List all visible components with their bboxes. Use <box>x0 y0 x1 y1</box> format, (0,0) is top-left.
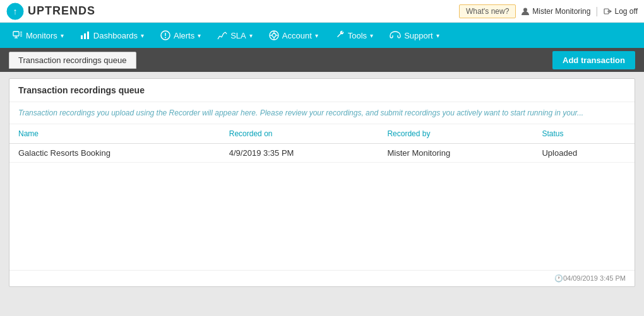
separator: | <box>595 6 598 17</box>
top-right-controls: What's new? Mister Monitoring | Log off <box>459 4 638 18</box>
monitors-icon <box>13 31 23 40</box>
main-content: Transaction recordings queue Transaction… <box>0 72 644 293</box>
nav-sla[interactable]: SLA ▾ <box>210 27 260 44</box>
nav-monitors-label: Monitors <box>26 31 57 40</box>
svg-text:↑: ↑ <box>13 6 18 16</box>
user-label: Mister Monitoring <box>532 7 590 16</box>
nav-sla-label: SLA <box>230 31 246 40</box>
nav-dashboards-label: Dashboards <box>93 31 138 40</box>
monitors-caret: ▾ <box>61 32 64 39</box>
info-text: Transaction recordings you upload using … <box>9 102 635 124</box>
logoff-icon <box>604 7 612 16</box>
svg-line-16 <box>218 36 220 39</box>
cell-recorded-on: 4/9/2019 3:35 PM <box>220 144 379 163</box>
table-body: Galactic Resorts Booking 4/9/2019 3:35 P… <box>9 144 635 163</box>
nav-bar: Monitors ▾ Dashboards ▾ Alerts ▾ SLA ▾ <box>0 23 644 48</box>
tools-icon <box>335 30 345 40</box>
nav-support[interactable]: Support ▾ <box>382 27 447 44</box>
logo-text: UPTRENDS <box>28 4 95 18</box>
svg-line-18 <box>222 33 224 37</box>
svg-rect-11 <box>84 33 86 39</box>
cell-recorded-by: Mister Monitoring <box>378 144 533 163</box>
account-caret: ▾ <box>315 32 318 39</box>
nav-alerts-label: Alerts <box>174 31 194 40</box>
footer-timestamp: 04/09/2019 3:45 PM <box>563 274 626 283</box>
svg-point-15 <box>165 37 166 38</box>
cell-name: Galactic Resorts Booking <box>9 144 220 163</box>
add-transaction-button[interactable]: Add transaction <box>552 51 635 69</box>
recordings-table: Name Recorded on Recorded by Status Gala… <box>9 124 635 163</box>
nav-account[interactable]: Account ▾ <box>261 26 326 44</box>
nav-alerts[interactable]: Alerts ▾ <box>153 26 208 44</box>
logoff-label: Log off <box>615 7 638 16</box>
alerts-caret: ▾ <box>198 32 201 39</box>
nav-support-label: Support <box>404 31 433 40</box>
nav-dashboards[interactable]: Dashboards ▾ <box>73 27 152 44</box>
support-icon <box>390 31 401 40</box>
whats-new-button[interactable]: What's new? <box>459 4 516 18</box>
dashboards-icon <box>80 31 90 40</box>
logo-icon: ↑ <box>6 3 24 20</box>
tools-caret: ▾ <box>370 32 373 39</box>
sla-caret: ▾ <box>249 32 253 39</box>
svg-line-20 <box>225 32 227 34</box>
table-row[interactable]: Galactic Resorts Booking 4/9/2019 3:35 P… <box>9 144 635 163</box>
card-footer: 🕐 04/09/2019 3:45 PM <box>9 270 635 286</box>
nav-account-label: Account <box>282 31 312 40</box>
nav-tools[interactable]: Tools ▾ <box>327 26 381 44</box>
svg-point-22 <box>272 33 276 37</box>
col-recorded-on[interactable]: Recorded on <box>220 124 379 144</box>
card: Transaction recordings queue Transaction… <box>9 78 635 287</box>
alerts-icon <box>160 30 170 40</box>
card-title: Transaction recordings queue <box>9 79 635 102</box>
col-status[interactable]: Status <box>533 124 635 144</box>
account-icon <box>269 30 279 40</box>
dashboards-caret: ▾ <box>141 32 144 39</box>
top-bar: ↑ UPTRENDS What's new? Mister Monitoring… <box>0 0 644 23</box>
svg-line-19 <box>224 32 225 33</box>
user-icon <box>521 7 530 16</box>
support-caret: ▾ <box>436 32 439 39</box>
svg-rect-4 <box>13 32 19 36</box>
logo: ↑ UPTRENDS <box>6 3 95 20</box>
nav-tools-label: Tools <box>348 31 367 40</box>
sub-header: Transaction recordings queue Add transac… <box>0 48 644 72</box>
svg-point-2 <box>523 8 527 11</box>
table-header: Name Recorded on Recorded by Status <box>9 124 635 144</box>
breadcrumb-tab: Transaction recordings queue <box>9 52 136 69</box>
clock-icon: 🕐 <box>554 274 563 283</box>
table-container: Name Recorded on Recorded by Status Gala… <box>9 124 635 163</box>
col-recorded-by[interactable]: Recorded by <box>378 124 533 144</box>
col-name[interactable]: Name <box>9 124 220 144</box>
sla-icon <box>217 31 227 40</box>
svg-rect-10 <box>81 35 83 39</box>
user-menu[interactable]: Mister Monitoring <box>521 7 590 16</box>
cell-status: Uploaded <box>533 144 635 163</box>
nav-monitors[interactable]: Monitors ▾ <box>5 27 71 44</box>
svg-rect-12 <box>87 32 89 39</box>
logoff-button[interactable]: Log off <box>604 7 638 16</box>
